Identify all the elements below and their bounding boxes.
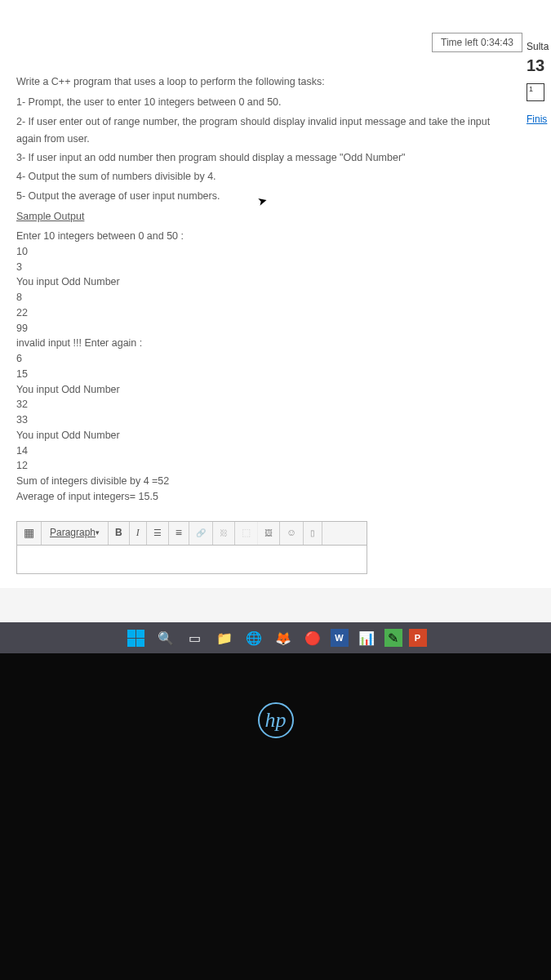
question-body: Write a C++ program that uses a loop to … <box>16 74 506 574</box>
side-label: Sulta <box>527 41 551 52</box>
side-number: 13 <box>527 56 551 75</box>
editor-toolbar: Paragraph B I ⬚ <box>16 521 367 546</box>
sample-output-heading: Sample Output <box>16 208 506 225</box>
start-button[interactable] <box>125 626 148 649</box>
question-item: 3- If user input an odd number then prog… <box>16 149 506 167</box>
output-line: You input Odd Number <box>16 274 506 290</box>
output-line: You input Odd Number <box>16 428 506 443</box>
output-line: 8 <box>16 290 506 305</box>
output-line: 22 <box>16 305 506 321</box>
powerpoint-icon[interactable]: P <box>409 629 427 647</box>
emoji-button[interactable] <box>280 522 304 545</box>
question-item: 4- Output the sum of numbers divisible b… <box>16 168 506 185</box>
output-line: invalid input !!! Enter again : <box>16 336 506 351</box>
bold-button[interactable]: B <box>109 522 130 545</box>
firefox-icon[interactable]: 🦊 <box>272 626 295 649</box>
question-content: Time left 0:34:43 Sulta 13 1 Finis Write… <box>0 0 551 588</box>
output-line: Enter 10 integers between 0 and 50 : <box>16 229 506 244</box>
output-line: 3 <box>16 260 506 275</box>
output-line: Average of input integers= 15.5 <box>16 489 506 505</box>
italic-button[interactable]: I <box>130 522 147 545</box>
timer-box: Time left 0:34:43 <box>432 33 522 52</box>
unlink-button[interactable] <box>213 522 235 545</box>
editor-textarea[interactable] <box>16 546 367 574</box>
file-explorer-icon[interactable]: 📁 <box>213 626 236 649</box>
search-icon[interactable]: 🔍 <box>154 626 177 649</box>
html-button[interactable] <box>304 522 322 545</box>
spacer-button: ⬚ <box>235 522 258 545</box>
app-icon[interactable]: 📊 <box>355 626 378 649</box>
output-line: Sum of integers divisible by 4 =52 <box>16 474 506 489</box>
chrome-icon[interactable]: 🔴 <box>301 626 324 649</box>
paragraph-dropdown[interactable]: Paragraph <box>42 522 109 545</box>
app-icon-2[interactable]: ✎ <box>384 629 402 647</box>
output-line: 6 <box>16 351 506 367</box>
question-nav-box[interactable]: 1 <box>527 83 544 101</box>
finish-link[interactable]: Finis <box>527 114 551 125</box>
output-line: 14 <box>16 443 506 459</box>
edge-icon[interactable]: 🌐 <box>242 626 265 649</box>
word-icon[interactable]: W <box>331 629 349 647</box>
output-line: 15 <box>16 367 506 382</box>
windows-taskbar: 🔍 ▭ 📁 🌐 🦊 🔴 W 📊 ✎ P <box>0 622 551 653</box>
question-intro: Write a C++ program that uses a loop to … <box>16 74 506 91</box>
output-line: 12 <box>16 458 506 474</box>
output-line: 33 <box>16 412 506 428</box>
timer-text: Time left 0:34:43 <box>441 37 513 48</box>
output-line: 32 <box>16 397 506 412</box>
question-item: 2- If user enter out of range number, th… <box>16 114 506 149</box>
bullet-list-button[interactable] <box>147 522 169 545</box>
windows-logo-icon <box>127 630 144 647</box>
side-panel: Sulta 13 1 Finis <box>527 41 551 125</box>
image-button[interactable] <box>258 522 280 545</box>
hp-logo: hp <box>258 702 294 738</box>
monitor-bezel: hp <box>0 653 551 980</box>
toolbar-grid-icon[interactable] <box>17 522 42 545</box>
output-line: 10 <box>16 244 506 260</box>
output-line: You input Odd Number <box>16 382 506 398</box>
numbered-list-button[interactable] <box>169 522 189 545</box>
paragraph-label: Paragraph <box>50 524 96 541</box>
task-view-icon[interactable]: ▭ <box>184 626 207 649</box>
output-line: 99 <box>16 321 506 336</box>
link-button[interactable] <box>189 522 213 545</box>
question-item: 1- Prompt, the user to enter 10 integers… <box>16 94 506 111</box>
